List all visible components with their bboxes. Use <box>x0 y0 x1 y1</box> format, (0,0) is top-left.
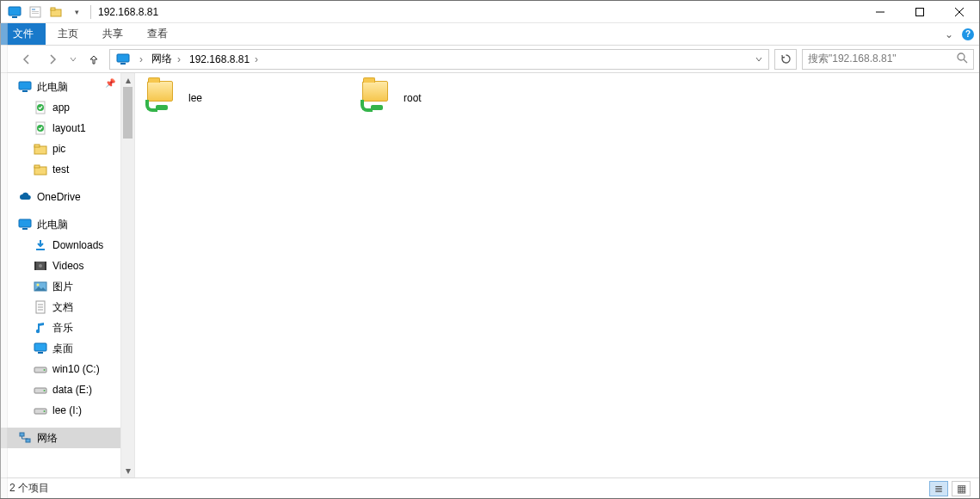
breadcrumb-host[interactable]: 192.168.8.81› <box>186 53 263 65</box>
svg-line-15 <box>964 59 967 63</box>
scroll-thumb[interactable] <box>123 87 133 139</box>
pin-icon[interactable]: 📌 <box>105 78 115 88</box>
breadcrumb-network[interactable]: 网络› <box>148 52 186 66</box>
scroll-up-icon[interactable]: ▴ <box>121 73 134 87</box>
tree-node-child[interactable]: 音乐 <box>1 317 120 338</box>
network-share-icon <box>144 81 178 115</box>
tree: 此电脑applayout1pictestOneDrive此电脑Downloads… <box>1 73 120 477</box>
tree-label: layout1 <box>52 122 86 134</box>
tree-node-child[interactable]: 图片 <box>1 276 120 297</box>
svg-rect-30 <box>34 262 36 270</box>
sidebar-scrollbar[interactable]: ▴ ▾ <box>120 73 134 477</box>
help-icon[interactable]: ? <box>962 28 974 40</box>
tree-label: 图片 <box>52 280 73 294</box>
body: 📌 此电脑applayout1pictestOneDrive此电脑Downloa… <box>1 73 979 477</box>
back-button[interactable] <box>16 49 37 70</box>
desktop-icon <box>34 342 47 355</box>
qat-properties-icon[interactable] <box>26 3 45 22</box>
tree-label: 此电脑 <box>37 80 68 95</box>
qat-customize-dropdown[interactable]: ▾ <box>67 3 86 22</box>
tree-label: 此电脑 <box>37 218 68 232</box>
tree-node-child[interactable]: 桌面 <box>1 338 120 359</box>
tree-label: OneDrive <box>37 191 81 203</box>
tree-node-child[interactable]: Videos <box>1 256 120 276</box>
tab-home[interactable]: 主页 <box>46 23 90 45</box>
tree-label: 网络 <box>37 431 58 446</box>
view-icons-button[interactable]: ▦ <box>952 481 971 496</box>
drive-icon <box>34 404 47 417</box>
tree-node-child[interactable]: win10 (C:) <box>1 359 120 379</box>
monitor-icon <box>18 218 32 231</box>
navigation-bar: › 网络› 192.168.8.81› 搜索"192.168.8.81" <box>1 46 979 73</box>
folder-icon <box>34 163 47 176</box>
qat-newfolder-icon[interactable] <box>46 3 65 22</box>
view-details-button[interactable]: ≣ <box>929 481 948 496</box>
tab-file[interactable]: 文件 <box>1 23 46 45</box>
navigation-pane: 📌 此电脑applayout1pictestOneDrive此电脑Downloa… <box>1 73 135 477</box>
address-bar[interactable]: › 网络› 192.168.8.81› <box>109 49 769 70</box>
svg-point-47 <box>44 410 46 412</box>
svg-point-34 <box>37 284 40 286</box>
svg-rect-40 <box>34 343 46 351</box>
folder-icon <box>34 142 47 156</box>
svg-rect-5 <box>32 13 39 14</box>
ribbon-expand-icon[interactable]: ⌄ <box>945 28 953 40</box>
svg-point-45 <box>44 390 46 391</box>
svg-point-32 <box>39 264 42 268</box>
window-title: 192.168.8.81 <box>98 6 158 18</box>
search-box[interactable]: 搜索"192.168.8.81" <box>802 49 974 70</box>
status-item-count: 2 个项目 <box>9 481 49 496</box>
svg-rect-41 <box>38 352 43 354</box>
svg-point-14 <box>958 53 965 60</box>
tree-node-child[interactable]: 文档 <box>1 297 120 317</box>
tree-label: pic <box>52 143 65 155</box>
tree-node-child[interactable]: layout1 <box>1 118 120 139</box>
drive-icon <box>34 362 47 376</box>
item-label: root <box>404 92 422 104</box>
svg-rect-17 <box>22 90 28 92</box>
share-item[interactable]: lee <box>144 80 324 116</box>
app-icon <box>5 3 24 22</box>
close-button[interactable] <box>940 1 979 22</box>
share-item[interactable]: root <box>359 80 539 116</box>
file-list[interactable]: leeroot <box>135 73 979 477</box>
forward-button[interactable] <box>42 49 63 70</box>
svg-rect-12 <box>117 54 129 62</box>
search-icon <box>957 52 968 66</box>
up-button[interactable] <box>83 49 104 70</box>
svg-point-43 <box>44 369 46 371</box>
view-switcher: ≣ ▦ <box>929 481 971 496</box>
tab-view[interactable]: 查看 <box>135 23 180 45</box>
green-doc-icon <box>34 101 47 114</box>
tree-node-child[interactable]: test <box>1 159 120 180</box>
recent-dropdown[interactable] <box>68 49 78 70</box>
explorer-window: ▾ 192.168.8.81 文件 主页 共享 查看 ⌄ ? › <box>0 0 980 499</box>
svg-rect-4 <box>32 11 39 12</box>
tree-node-monitor-2[interactable]: 此电脑 <box>1 214 120 235</box>
minimize-button[interactable] <box>860 1 900 22</box>
svg-rect-7 <box>51 8 55 10</box>
maximize-button[interactable] <box>900 1 940 22</box>
address-dropdown[interactable] <box>751 56 767 63</box>
ribbon: 文件 主页 共享 查看 ⌄ ? <box>1 23 979 46</box>
tree-node-cloud-1[interactable]: OneDrive <box>1 187 120 207</box>
tree-node-child[interactable]: Downloads <box>1 235 120 256</box>
tree-label: win10 (C:) <box>52 363 100 375</box>
tree-node-child[interactable]: lee (I:) <box>1 400 120 421</box>
breadcrumb-sep-0[interactable]: › <box>134 53 148 65</box>
tree-node-child[interactable]: pic <box>1 139 120 159</box>
refresh-button[interactable] <box>774 49 797 70</box>
network-share-icon <box>359 81 393 115</box>
tree-node-child[interactable]: app <box>1 97 120 118</box>
download-icon <box>34 238 47 252</box>
tree-label: data (E:) <box>52 384 92 396</box>
scroll-down-icon[interactable]: ▾ <box>121 464 134 477</box>
tree-node-network-3[interactable]: 网络 <box>1 428 120 448</box>
svg-rect-3 <box>32 9 35 10</box>
tree-node-child[interactable]: data (E:) <box>1 379 120 400</box>
svg-rect-27 <box>22 228 28 230</box>
item-label: lee <box>188 92 202 104</box>
tree-label: 桌面 <box>52 342 73 356</box>
tab-share[interactable]: 共享 <box>90 23 135 45</box>
tree-node-monitor-0[interactable]: 此电脑 <box>1 77 120 97</box>
